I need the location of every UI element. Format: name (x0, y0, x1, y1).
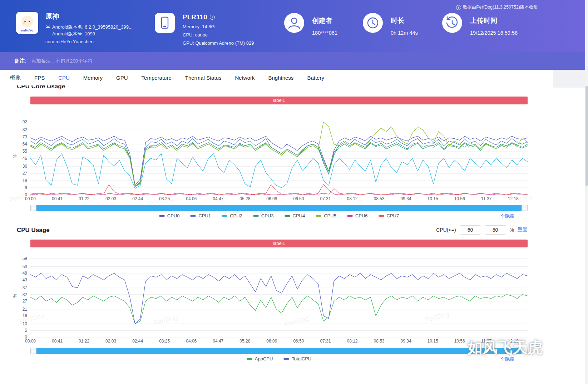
page-scrollbar-thumb[interactable] (585, 86, 588, 186)
x-tick-label: 06:09 (266, 196, 277, 201)
y-axis-label: % (13, 154, 18, 158)
y-tick-label: 64 (23, 142, 28, 147)
cpu-filter-label: CPU(<=) (436, 227, 456, 233)
chart1-scrollbar[interactable] (30, 205, 528, 211)
cpu-core-usage-chart[interactable]: 09182736465564738292%00:0000:4101:2202:0… (0, 107, 550, 204)
report-header: i 数据由PerfDog(11.3.250752)版本收集 miHoYo 原神 (0, 0, 588, 52)
legend-item-CPU5[interactable]: CPU5 (316, 213, 336, 218)
tab-Temperature[interactable]: Temperature (142, 75, 172, 81)
history-clock-icon (442, 13, 462, 33)
phone-icon (155, 13, 175, 33)
legend-item-CPU6[interactable]: CPU6 (347, 213, 368, 218)
scrollbar-left-handle[interactable] (30, 205, 36, 211)
upload-label: 上传时间 (470, 16, 518, 25)
tab-Thermal Status[interactable]: Thermal Status (185, 75, 222, 81)
x-tick-label: 11:37 (481, 196, 491, 201)
note-input[interactable] (31, 58, 217, 64)
legend-label-CPU7: CPU7 (387, 213, 399, 218)
x-tick-label: 01:22 (79, 196, 89, 201)
upload-time-block: 上传时间 19/12/2025 16:59:58 (442, 13, 518, 36)
cpu-filter-max-input[interactable] (485, 225, 506, 235)
x-tick-label: 10:15 (428, 196, 438, 201)
cpu-core-usage-legend: CPU0CPU1CPU2CPU3CPU4CPU5CPU6CPU7 (30, 213, 528, 218)
scrollbar-right-handle[interactable] (522, 348, 528, 354)
legend-swatch-CPU5 (316, 215, 321, 217)
x-tick-label: 05:28 (239, 339, 250, 344)
device-info-icon[interactable]: i (210, 15, 215, 20)
note-bar: 备注: (0, 52, 588, 70)
chart1-hide-all-link[interactable]: 全隐藏 (500, 213, 514, 220)
x-tick-label: 08:53 (374, 339, 385, 344)
legend-label-CPU1: CPU1 (198, 213, 211, 218)
legend-item-TotalCPU[interactable]: TotalCPU (283, 356, 311, 361)
x-tick-label: 09:34 (401, 339, 411, 344)
legend-label-CPU2: CPU2 (230, 213, 242, 218)
x-tick-label: 06:09 (266, 339, 277, 344)
x-tick-label: 00:00 (25, 339, 36, 344)
legend-item-CPU4[interactable]: CPU4 (285, 213, 305, 218)
tab-FPS[interactable]: FPS (34, 75, 45, 81)
y-tick-label: 36 (23, 164, 28, 169)
y-tick-label: 43 (23, 277, 28, 282)
legend-label-CPU6: CPU6 (355, 213, 368, 218)
tab-Battery[interactable]: Battery (307, 75, 324, 81)
series-CPU6 (30, 184, 528, 195)
scrollbar-left-handle[interactable] (30, 348, 36, 354)
creator-value: 180****061 (312, 30, 337, 36)
x-tick-label: 08:53 (374, 196, 385, 201)
legend-label-TotalCPU: TotalCPU (292, 356, 311, 361)
series-CPU5 (30, 122, 528, 187)
tab-GPU[interactable]: GPU (116, 75, 128, 81)
x-tick-label: 10:15 (428, 339, 438, 344)
y-tick-label: 32 (23, 292, 28, 297)
creator-label: 创建者 (312, 16, 337, 25)
legend-swatch-CPU0 (159, 215, 165, 217)
legend-item-CPU0[interactable]: CPU0 (159, 213, 180, 218)
x-tick-label: 00:00 (25, 196, 36, 201)
cpu-filter-min-input[interactable] (460, 225, 481, 235)
tab-Memory[interactable]: Memory (83, 75, 103, 81)
info-icon: i (456, 5, 461, 10)
collect-info: i 数据由PerfDog(11.3.250752)版本收集 (456, 4, 538, 10)
legend-label-AppCPU: AppCPU (255, 356, 273, 361)
tab-Brightness[interactable]: Brightness (268, 75, 294, 81)
legend-swatch-CPU2 (222, 215, 227, 217)
scrollbar-range[interactable] (36, 348, 522, 354)
x-tick-label: 08:12 (347, 196, 357, 201)
chart2-hide-all-link[interactable]: 全隐藏 (500, 356, 514, 363)
y-tick-label: 27 (23, 299, 28, 304)
series-CPU0 (30, 136, 528, 185)
scrollbar-right-handle[interactable] (522, 205, 528, 211)
chart1-label-banner: label1 (30, 97, 528, 104)
tab-Network[interactable]: Network (235, 75, 255, 81)
y-tick-label: 16 (23, 313, 28, 318)
tab-概览[interactable]: 概览 (10, 74, 21, 81)
reset-link[interactable]: 重置 (518, 227, 528, 233)
scrollbar-range[interactable] (36, 205, 522, 211)
series-TotalCPU (30, 273, 528, 324)
cpu-usage-legend: AppCPUTotalCPU (30, 356, 528, 361)
legend-item-CPU7[interactable]: CPU7 (379, 213, 399, 218)
x-tick-label: 01:22 (79, 339, 89, 344)
legend-item-CPU1[interactable]: CPU1 (190, 213, 211, 218)
page-scrollbar[interactable] (585, 0, 588, 384)
app-title: 原神 (45, 12, 133, 21)
legend-item-CPU2[interactable]: CPU2 (222, 213, 242, 218)
y-tick-label: 55 (23, 149, 28, 154)
x-tick-label: 02:44 (132, 196, 143, 201)
chart2-scrollbar[interactable] (30, 348, 528, 354)
cpu-usage-chart[interactable]: 0510162127323743485359%00:0000:4101:2202… (0, 250, 550, 346)
x-tick-label: 02:44 (132, 339, 143, 344)
x-tick-label: 03:25 (159, 339, 170, 344)
device-memory: Memory: 14.8G (183, 24, 254, 29)
x-tick-label: 05:28 (239, 196, 250, 201)
tab-CPU[interactable]: CPU (58, 75, 70, 81)
upload-value: 19/12/2025 16:59:58 (470, 30, 518, 36)
x-tick-label: 04:47 (213, 339, 223, 344)
x-tick-label: 03:25 (159, 196, 170, 201)
legend-item-CPU3[interactable]: CPU3 (253, 213, 274, 218)
note-label: 备注: (14, 58, 26, 64)
legend-item-AppCPU[interactable]: AppCPU (247, 356, 273, 361)
android-icon (45, 25, 50, 29)
x-tick-label: 04:06 (186, 196, 197, 201)
